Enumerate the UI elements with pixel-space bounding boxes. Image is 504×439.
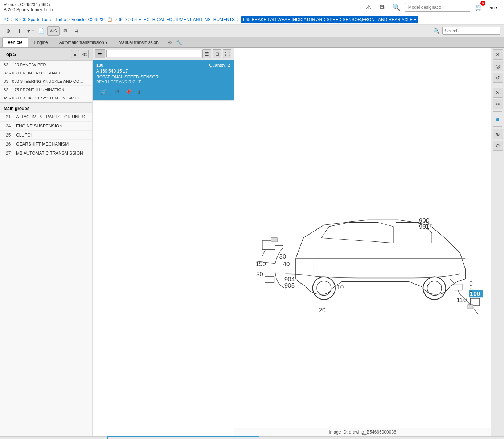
info-icon[interactable]: ℹ [15,26,24,36]
tab-extra-icon1[interactable]: ⚙ [168,40,172,45]
breadcrumb-54[interactable]: 54 ELECTRICAL EQUIPMENT AND INSTRUMENTS [132,17,235,22]
sidebar-item-front-illumination[interactable]: 82 - 175 FRONT ILLUMINATION [0,86,92,94]
wis-icon[interactable]: WIS [47,26,60,36]
language-selector[interactable]: en ▾ [488,4,500,11]
diagram-canvas[interactable]: 900 901 30 150 40 50 904 905 [234,48,491,428]
filter-icon[interactable]: ▼≡ [25,26,35,36]
tab-manual-transmission[interactable]: Manual transmission [113,37,164,47]
sidebar-top5-list: 82 - 120 PANE WIPER 33 - 080 FRONT AXLE … [0,61,92,436]
thumb-665[interactable]: 665 BRAKE PAD WEAR INDICATOR AND SPEED S… [108,437,258,439]
copy-icon[interactable]: ⧉ [377,2,388,12]
parts-list-view-btn[interactable]: ☰ [202,49,211,58]
breadcrumb-vehicle[interactable]: Vehicle: C245234 [71,17,106,22]
thumb-585-label: 585 INSTRUMENT CLUSTER ↗ [0,437,57,439]
sidebar-item-front-axle[interactable]: 33 - 080 FRONT AXLE SHAFT [0,69,92,77]
right-toolbar: ✕ ◎ ↺ ✕ ≡≡ ● ⊕ ⊖ [491,48,504,436]
tab-automatic-transmission[interactable]: Automatic transmission ▾ [54,38,112,47]
breadcrumb-pc[interactable]: PC [4,17,10,22]
vehicle-model: B 200 Sports Tourer Turbo [4,7,55,12]
tab-engine[interactable]: Engine [29,37,53,47]
thumb-585[interactable]: 585 INSTRUMENT CLUSTER ↗ [0,437,57,439]
svg-rect-11 [454,284,462,290]
part-refresh-icon[interactable]: ↺ [113,88,122,96]
sidebar-item-pane-wiper[interactable]: 82 - 120 PANE WIPER [0,61,92,69]
rt-cross-btn[interactable]: ✕ [493,88,503,98]
parts-search-input[interactable] [106,50,201,57]
warning-icon[interactable]: ⚠ [364,2,374,12]
sidebar-group-25[interactable]: 25 CLUTCH [0,131,92,140]
rt-marker-btn[interactable]: ● [493,114,503,124]
part-pin-icon[interactable]: 📌 [124,88,132,96]
thumb-665-label: 665 BRAKE PAD WEAR INDICATOR AND SPEED S… [108,437,258,439]
breadcrumb-665-dropdown[interactable]: 665 BRAKE PAD WEAR INDICATOR AND SPEED S… [241,16,418,23]
thumb-695-label: 695 ELECTRONIC STABILITY PROGRAM (ESP) ↗ [258,437,504,439]
breadcrumb: PC > B 200 Sports Tourer Turbo > Vehicle… [0,15,504,25]
rt-rotate-btn[interactable]: ◎ [493,61,503,71]
tab-bar: Vehicle Engine Automatic transmission ▾ … [0,37,504,48]
rt-zoom-in-btn[interactable]: ⊕ [493,129,503,139]
svg-rect-10 [468,305,473,309]
cart-button[interactable]: 🛒 0 [474,2,484,12]
sidebar-title: Top 5 [4,52,16,57]
rt-separator3 [493,126,502,127]
label-110: 110 [456,297,467,304]
breadcrumb-model[interactable]: B 200 Sports Tourer Turbo [15,17,66,22]
zoom-in-icon[interactable]: ⊕ [4,26,13,36]
breadcrumb-66d[interactable]: 66D [119,17,127,22]
part-quantity-label: Quantity: 2 [209,63,230,68]
toolbar-left: ⊕ ℹ ▼≡ 📄 WIS ✉ 🖨 [4,26,81,36]
part-code-100: A 169 540 15 17 [96,69,230,74]
part-info-icon[interactable]: ℹ [135,88,143,96]
document-icon[interactable]: 📄 [36,26,46,36]
rt-compare-btn[interactable]: ≡≡ [493,99,503,109]
rt-separator1 [493,85,502,85]
label-9b: 9 [470,286,473,293]
mail-icon[interactable]: ✉ [61,26,70,36]
image-id-label: Image ID: drawing_B54665000036 [329,430,396,435]
sidebar-group-26[interactable]: 26 GEARSHIFT MECHANISM [0,140,92,149]
parts-grid-view-btn[interactable]: ⊞ [213,49,221,58]
model-search-input[interactable] [405,3,470,12]
svg-rect-7 [271,238,277,242]
print-icon[interactable]: 🖨 [72,26,81,36]
toolbar-search-icon[interactable]: 🔍 [431,26,441,36]
parts-toolbar: ☰ ☰ ⊞ ⛶ [93,48,234,60]
vehicle-link-icon[interactable]: 📋 [107,17,112,22]
parts-panel: ☰ ☰ ⊞ ⛶ 100 Quantity: 2 A 169 540 15 17 … [93,48,234,436]
sidebar-group-27[interactable]: 27 MB AUTOMATIC TRANSMISSION [0,149,92,158]
label-150: 150 [255,261,266,268]
part-name-100: ROTATIONAL SPEED SENSOR [96,74,230,80]
search-icon-header[interactable]: 🔍 [391,2,401,12]
tab-extra-icon2[interactable]: 🔧 [176,40,182,45]
parts-expand-btn[interactable]: ⛶ [223,49,231,58]
dropdown-arrow-icon: ▾ [105,40,107,45]
main-toolbar: ⊕ ℹ ▼≡ 📄 WIS ✉ 🖨 🔍 [0,25,504,37]
tab-vehicle[interactable]: Vehicle [2,37,28,47]
rt-close-btn[interactable]: ✕ [493,49,503,60]
sidebar-item-steering-knuckle[interactable]: 33 - 030 STEERING KNUCKLE AND CO... [0,77,92,86]
sidebar-group-24[interactable]: 24 ENGINE SUSPENSION [0,122,92,131]
thumb-640-label: 640 SWITCH ↗ [57,437,108,439]
label-50: 50 [256,271,263,278]
diagram-footer: Image ID: drawing_B54665000036 [234,428,491,436]
sidebar-group-21[interactable]: 21 ATTACHMENT PARTS FOR UNITS [0,113,92,122]
add-to-cart-button[interactable]: 🛒 [96,86,111,97]
vehicle-info: Vehicle: C245234 (66D) B 200 Sports Tour… [4,2,55,12]
cart-count: 0 [480,1,485,6]
label-30: 30 [279,253,286,260]
thumb-640[interactable]: 640 SWITCH ↗ [57,437,108,439]
sidebar-close-btn[interactable]: ≪ [81,50,89,58]
sidebar-item-exhaust[interactable]: 49 - 030 EXHAUST SYSTEM ON GASO... [0,94,92,102]
part-item-100[interactable]: 100 Quantity: 2 A 169 540 15 17 ROTATION… [93,60,234,101]
rt-undo-btn[interactable]: ↺ [493,73,503,83]
app-header: Vehicle: C245234 (66D) B 200 Sports Tour… [0,0,504,15]
part-pos-100: 100 [96,63,103,68]
label-10: 10 [337,284,344,291]
rt-zoom-out-btn[interactable]: ⊖ [493,141,503,151]
sidebar-collapse-btn[interactable]: ▲ [71,50,79,58]
parts-toggle-btn[interactable]: ☰ [95,49,105,58]
diagram-svg: 900 901 30 150 40 50 904 905 [234,48,491,428]
thumb-695[interactable]: 695 ELECTRONIC STABILITY PROGRAM (ESP) ↗ [258,437,504,439]
toolbar-search-input[interactable] [442,27,500,35]
part-actions-100: 🛒 ↺ 📌 ℹ [96,86,230,97]
